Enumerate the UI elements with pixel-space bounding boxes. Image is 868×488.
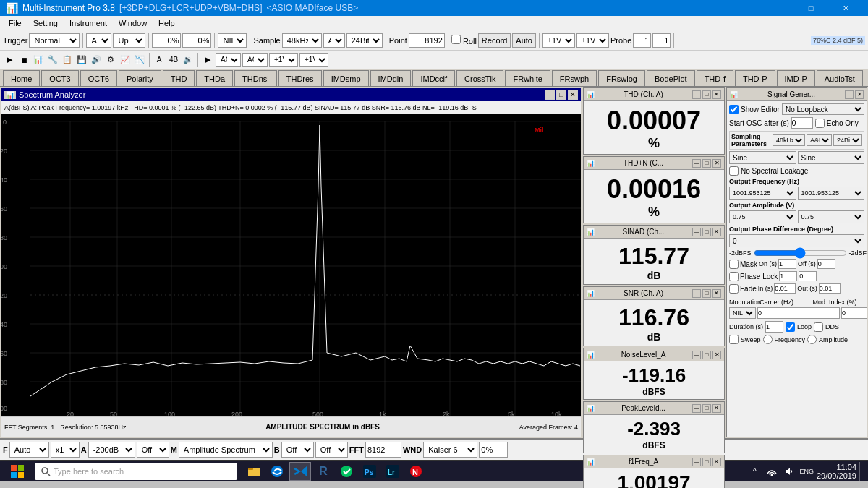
taskbar-green[interactable] (336, 462, 357, 481)
noise-minimize-btn[interactable]: — (692, 351, 701, 359)
carrier-input[interactable] (757, 307, 840, 319)
tab-polarity[interactable]: Polarity (119, 70, 161, 86)
ac-select1[interactable]: AC (216, 53, 241, 67)
sine-select1[interactable]: Sine (729, 151, 796, 164)
kaiser-select[interactable]: Kaiser 6 (423, 442, 477, 458)
minimize-button[interactable]: — (760, 0, 793, 16)
stop-icon[interactable]: ⏹ (17, 53, 30, 67)
tab-frswlog[interactable]: FRswlog (598, 70, 645, 86)
4b-icon[interactable]: 4B (167, 53, 180, 67)
menu-help[interactable]: Help (153, 17, 181, 29)
signal-gen-close-btn[interactable]: ✕ (855, 90, 864, 99)
dbfs-slider[interactable] (754, 249, 847, 257)
freq2-select[interactable]: 1001.953125 (798, 187, 865, 200)
peak-maximize-btn[interactable]: □ (702, 404, 711, 413)
thdn-close-btn[interactable]: ✕ (712, 159, 721, 168)
loop-checkbox[interactable] (786, 322, 795, 332)
tab-thdnsl[interactable]: THDnsl (234, 70, 277, 86)
close-button[interactable]: ✕ (829, 0, 862, 16)
taskbar-r[interactable]: R (312, 462, 334, 481)
thd-minimize-btn[interactable]: — (692, 90, 701, 99)
taskbar-photoshop[interactable]: Ps (359, 462, 380, 481)
mask-off-input[interactable] (817, 259, 835, 269)
sinad-maximize-btn[interactable]: □ (702, 228, 711, 236)
chart-icon[interactable]: 📊 (32, 53, 45, 67)
spectrum-maximize-btn[interactable]: □ (556, 90, 566, 100)
dds-checkbox[interactable] (814, 322, 823, 332)
tab-thda[interactable]: THDa (196, 70, 233, 86)
show-editor-checkbox[interactable] (729, 105, 739, 114)
fade-checkbox[interactable] (729, 284, 739, 294)
snr-minimize-btn[interactable]: — (692, 289, 701, 298)
freq-select[interactable]: 48kHz (282, 33, 322, 48)
auto-select[interactable]: Auto (9, 442, 49, 458)
menu-setting[interactable]: Setting (27, 17, 64, 29)
spectral-leakage-checkbox[interactable] (729, 166, 739, 176)
show-desktop-btn[interactable] (859, 462, 865, 481)
record-button[interactable]: Record (478, 33, 511, 48)
noise-close-btn[interactable]: ✕ (712, 351, 721, 359)
phase-lock-checkbox[interactable] (729, 272, 739, 281)
tab-oct6[interactable]: OCT6 (80, 70, 117, 86)
channel2-select[interactable]: A (323, 33, 345, 48)
trigger-select[interactable]: Normal (29, 33, 80, 48)
f1freq-close-btn[interactable]: ✕ (712, 458, 721, 466)
sampling-freq-select[interactable]: 48kHz (773, 134, 805, 146)
menu-instrument[interactable]: Instrument (64, 17, 113, 29)
probe-val2[interactable] (652, 33, 671, 48)
fade-out-input[interactable] (819, 283, 841, 294)
f1freq-maximize-btn[interactable]: □ (702, 458, 711, 466)
freq1-select[interactable]: 1001.953125 (729, 187, 796, 200)
mask-on-input[interactable] (778, 259, 796, 269)
thdn-maximize-btn[interactable]: □ (702, 159, 711, 168)
echo-only-checkbox[interactable] (815, 119, 825, 128)
phase-lock-val-input[interactable] (779, 271, 797, 281)
start-osc-input[interactable] (791, 117, 813, 129)
tray-volume-icon[interactable] (782, 462, 796, 481)
search-box[interactable]: Type here to search (35, 463, 237, 480)
tab-imd-p[interactable]: IMD-P (777, 70, 815, 86)
f1freq-minimize-btn[interactable]: — (692, 458, 701, 466)
spectrum-menu-icon[interactable]: 📊 (4, 91, 16, 99)
tab-thdres[interactable]: THDres (278, 70, 322, 86)
save-icon[interactable]: 💾 (75, 53, 88, 67)
gear-icon[interactable]: ⚙ (104, 53, 117, 67)
percent2-input[interactable] (182, 33, 211, 48)
ac-select2[interactable]: AC (242, 53, 268, 67)
snr-close-btn[interactable]: ✕ (712, 289, 721, 298)
peak-close-btn[interactable]: ✕ (712, 404, 721, 413)
spectrum-close-btn[interactable]: ✕ (568, 90, 578, 100)
peak-minimize-btn[interactable]: — (692, 404, 701, 413)
tab-bodeplot[interactable]: BodePlot (647, 70, 695, 86)
nil-select[interactable]: NIL (218, 33, 247, 48)
tray-network-icon[interactable] (765, 462, 779, 481)
roll-checkbox[interactable] (451, 35, 461, 44)
fft-value-input[interactable] (365, 442, 401, 458)
menu-window[interactable]: Window (113, 17, 153, 29)
tab-oct3[interactable]: OCT3 (41, 70, 78, 86)
sinad-close-btn[interactable]: ✕ (712, 228, 721, 236)
v-select1[interactable]: +1V (269, 53, 298, 67)
clipboard-icon[interactable]: 📋 (61, 53, 74, 67)
signal-gen-minimize-btn[interactable]: — (845, 90, 854, 99)
bits-select[interactable]: 24Bit (346, 33, 383, 48)
db-select[interactable]: -200dB (88, 442, 135, 458)
amp1-select[interactable]: 0.75 (729, 210, 796, 223)
tray-arrow-btn[interactable]: ^ (747, 462, 762, 481)
start-button[interactable] (3, 462, 32, 481)
sweep-checkbox[interactable] (729, 335, 739, 344)
auto-button[interactable]: Auto (512, 33, 536, 48)
speaker-icon[interactable]: 🔊 (90, 53, 103, 67)
noise-maximize-btn[interactable]: □ (702, 351, 711, 359)
freq-radio[interactable] (763, 335, 773, 344)
tab-imddin[interactable]: IMDdin (370, 70, 412, 86)
modulation-type-select[interactable]: NIL (729, 307, 756, 319)
settings-icon[interactable]: 🔧 (46, 53, 59, 67)
fade-in-input[interactable] (774, 283, 796, 294)
off-select1[interactable]: Off (137, 442, 169, 458)
thd-close-btn[interactable]: ✕ (712, 90, 721, 99)
taskbar-n[interactable]: N (405, 462, 427, 481)
amp2-select[interactable]: 0.75 (798, 210, 865, 223)
menu-file[interactable]: File (3, 17, 27, 29)
thd-maximize-btn[interactable]: □ (702, 90, 711, 99)
